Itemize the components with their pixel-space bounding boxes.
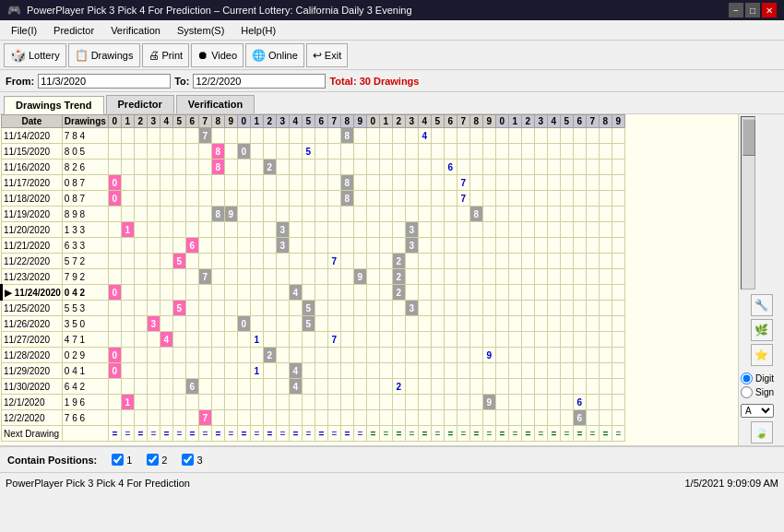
cell-data: [198, 363, 211, 379]
star-button[interactable]: ⭐: [751, 344, 773, 366]
tab-predictor[interactable]: Predictor: [106, 95, 174, 113]
cell-data: [327, 207, 340, 222]
from-date-input[interactable]: [38, 74, 171, 89]
cell-data: [302, 410, 315, 426]
cell-data: =: [482, 426, 495, 442]
menu-predictor[interactable]: Predictor: [46, 23, 101, 38]
cell-data: [327, 379, 340, 395]
lottery-button[interactable]: 🎲 Lottery: [4, 43, 66, 67]
cell-data: [599, 207, 612, 222]
cell-data: [495, 410, 508, 426]
tab-drawings-trend[interactable]: Drawings Trend: [4, 96, 104, 114]
radio-digit[interactable]: [741, 372, 753, 384]
cell-data: [250, 222, 263, 238]
view-select[interactable]: A B: [741, 404, 774, 418]
cell-data: [134, 332, 147, 348]
cell-data: [289, 410, 302, 426]
cell-data: [160, 395, 172, 410]
cell-data: [444, 175, 457, 191]
cell-data: [457, 301, 469, 316]
maximize-button[interactable]: □: [745, 3, 760, 18]
cell-data: [340, 316, 353, 332]
cell-data: [160, 410, 172, 426]
cell-data: [482, 316, 495, 332]
menu-file[interactable]: File(I): [4, 23, 44, 38]
cell-data: [586, 269, 599, 285]
cell-data: [495, 238, 508, 254]
cell-data: [469, 410, 482, 426]
menu-system[interactable]: System(S): [170, 23, 232, 38]
drawings-button[interactable]: 📋 Drawings: [68, 43, 140, 67]
cell-data: [327, 144, 340, 160]
cell-data: =: [315, 426, 327, 442]
cell-data: [586, 379, 599, 395]
radio-sign[interactable]: [741, 386, 753, 398]
minimize-button[interactable]: −: [729, 3, 743, 18]
leaf-button[interactable]: 🍃: [751, 421, 773, 443]
cell-data: [547, 191, 560, 207]
cell-data: [353, 363, 366, 379]
window-title: PowerPlayer Pick 3 Pick 4 For Prediction…: [27, 5, 412, 16]
cell-data: [147, 410, 160, 426]
online-label: Online: [268, 50, 298, 61]
position-3-checkbox[interactable]: [182, 454, 194, 466]
cell-data: [340, 410, 353, 426]
cell-data: [547, 222, 560, 238]
cell-data: [237, 222, 250, 238]
plant-button[interactable]: 🌿: [751, 319, 773, 341]
online-button[interactable]: 🌐 Online: [245, 43, 304, 67]
cell-data: [237, 160, 250, 175]
cell-data: [340, 269, 353, 285]
exit-icon: ↩: [313, 49, 322, 62]
position-2-checkbox[interactable]: [147, 454, 159, 466]
cell-data: [263, 207, 276, 222]
position-1-group: 1: [112, 454, 132, 466]
cell-data: [444, 144, 457, 160]
menu-verification[interactable]: Verification: [103, 23, 168, 38]
cell-data: [134, 285, 147, 301]
menu-help[interactable]: Help(H): [233, 23, 283, 38]
cell-data: [573, 160, 586, 175]
cell-data: [573, 238, 586, 254]
cell-data: [185, 207, 198, 222]
cell-data: [599, 395, 612, 410]
cell-data: [469, 316, 482, 332]
cell-data: [302, 160, 315, 175]
exit-button[interactable]: ↩ Exit: [306, 43, 348, 67]
radio-digit-row: Digit: [741, 372, 782, 384]
cell-data: [573, 222, 586, 238]
tools-button[interactable]: 🔧: [751, 294, 773, 316]
drawings-label: Drawings: [91, 50, 134, 61]
cell-data: [457, 254, 469, 269]
cell-data: [444, 191, 457, 207]
cell-data: [469, 160, 482, 175]
position-1-label: 1: [126, 455, 132, 466]
cell-data: 4: [160, 332, 172, 348]
cell-data: [586, 395, 599, 410]
cell-data: [469, 222, 482, 238]
position-1-checkbox[interactable]: [112, 454, 124, 466]
cell-data: 1: [121, 222, 134, 238]
cell-data: =: [495, 426, 508, 442]
cell-data: [289, 254, 302, 269]
col-g3-5: 5: [431, 115, 444, 128]
cell-data: 6: [185, 379, 198, 395]
to-date-input[interactable]: [193, 74, 326, 89]
cell-data: [366, 379, 379, 395]
video-button[interactable]: ⏺ Video: [191, 43, 244, 67]
cell-data: [444, 332, 457, 348]
cell-data: [431, 316, 444, 332]
col-g2-5: 5: [302, 115, 315, 128]
date-bar: From: To: Total: 30 Drawings: [0, 70, 784, 92]
cell-data: [340, 395, 353, 410]
cell-data: [392, 207, 405, 222]
cell-data: [250, 316, 263, 332]
print-button[interactable]: 🖨 Print: [142, 43, 190, 67]
cell-data: [302, 254, 315, 269]
close-button[interactable]: ✕: [762, 3, 777, 18]
cell-data: [198, 254, 211, 269]
cell-data: [508, 332, 521, 348]
cell-data: [482, 144, 495, 160]
cell-data: [198, 301, 211, 316]
tab-verification[interactable]: Verification: [176, 95, 255, 113]
